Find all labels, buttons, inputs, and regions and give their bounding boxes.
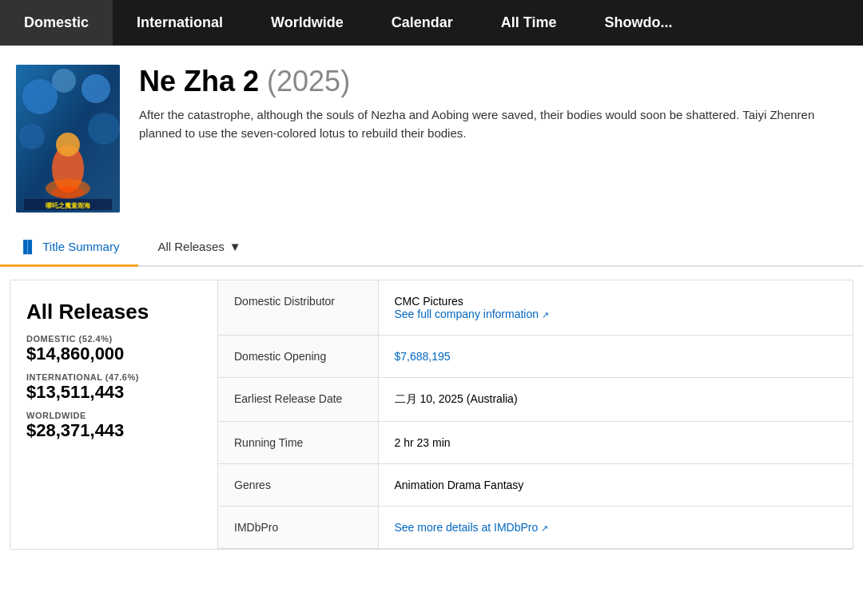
row-value-domestic-opening: $7,688,195	[378, 336, 853, 378]
row-value-earliest-release: 二月 10, 2025 (Australia)	[378, 378, 853, 422]
svg-point-5	[19, 124, 45, 149]
right-panel: Domestic Distributor CMC Pictures See fu…	[218, 280, 853, 549]
svg-point-7	[56, 133, 80, 157]
movie-header: 哪吒之魔童闹海 Ne Zha 2 (2025) After the catast…	[0, 46, 863, 229]
tab-all-releases-label: All Releases	[157, 240, 224, 253]
table-row: Earliest Release Date 二月 10, 2025 (Austr…	[218, 378, 853, 422]
nav-calendar[interactable]: Calendar	[368, 0, 477, 46]
row-value-running-time: 2 hr 23 min	[378, 422, 853, 464]
nav-international[interactable]: International	[113, 0, 247, 46]
row-label-genres: Genres	[218, 464, 378, 507]
main-nav: Domestic International Worldwide Calenda…	[0, 0, 863, 46]
nav-showdown[interactable]: Showdo...	[580, 0, 696, 46]
info-table: Domestic Distributor CMC Pictures See fu…	[218, 280, 853, 549]
external-link-icon-2: ↗	[541, 523, 548, 533]
svg-point-2	[82, 74, 110, 103]
svg-point-1	[22, 79, 58, 114]
domestic-value: $14,860,000	[26, 344, 201, 364]
company-info-link-text: See full company information	[395, 308, 539, 320]
svg-point-9	[52, 186, 84, 199]
svg-point-4	[88, 113, 120, 145]
distributor-name: CMC Pictures	[395, 295, 463, 308]
movie-year: (2025)	[267, 65, 350, 97]
movie-title: Ne Zha 2 (2025)	[139, 65, 847, 98]
movie-description: After the catastrophe, although the soul…	[139, 106, 847, 142]
nav-worldwide[interactable]: Worldwide	[247, 0, 368, 46]
row-label-domestic-distributor: Domestic Distributor	[218, 280, 378, 336]
movie-info: Ne Zha 2 (2025) After the catastrophe, a…	[139, 65, 847, 142]
table-row: Domestic Opening $7,688,195	[218, 336, 853, 378]
chevron-down-icon: ▼	[229, 240, 241, 253]
all-releases-heading: All Releases	[26, 300, 201, 324]
tabs-bar: ▐▌ Title Summary All Releases ▼	[0, 229, 863, 267]
nav-alltime[interactable]: All Time	[477, 0, 581, 46]
international-label: INTERNATIONAL (47.6%)	[26, 372, 201, 382]
row-value-genres: Animation Drama Fantasy	[378, 464, 853, 507]
worldwide-value: $28,371,443	[26, 420, 201, 441]
table-row: Genres Animation Drama Fantasy	[218, 464, 853, 507]
row-value-domestic-distributor: CMC Pictures See full company informatio…	[378, 280, 853, 336]
movie-title-text: Ne Zha 2	[139, 65, 259, 97]
row-label-imdbpro: IMDbPro	[218, 507, 378, 549]
international-value: $13,511,443	[26, 382, 201, 403]
nav-domestic[interactable]: Domestic	[0, 0, 113, 46]
tab-title-summary[interactable]: ▐▌ Title Summary	[0, 229, 138, 267]
main-content: All Releases DOMESTIC (52.4%) $14,860,00…	[10, 280, 853, 550]
domestic-label: DOMESTIC (52.4%)	[26, 334, 201, 344]
chart-icon: ▐▌	[19, 240, 36, 253]
table-row: IMDbPro See more details at IMDbPro ↗	[218, 507, 853, 549]
row-label-earliest-release: Earliest Release Date	[218, 378, 378, 422]
movie-poster: 哪吒之魔童闹海	[16, 65, 120, 213]
worldwide-label: WORLDWIDE	[26, 411, 201, 420]
row-label-running-time: Running Time	[218, 422, 378, 464]
svg-text:哪吒之魔童闹海: 哪吒之魔童闹海	[46, 201, 91, 209]
row-label-domestic-opening: Domestic Opening	[218, 336, 378, 378]
imdbpro-link[interactable]: See more details at IMDbPro ↗	[395, 521, 549, 534]
tab-title-summary-label: Title Summary	[42, 240, 119, 253]
domestic-opening-link[interactable]: $7,688,195	[395, 350, 451, 363]
table-row: Running Time 2 hr 23 min	[218, 422, 853, 464]
tab-all-releases[interactable]: All Releases ▼	[138, 229, 260, 267]
company-info-link[interactable]: See full company information ↗	[395, 308, 549, 320]
external-link-icon: ↗	[542, 310, 549, 320]
imdbpro-link-text: See more details at IMDbPro	[395, 521, 539, 534]
table-row: Domestic Distributor CMC Pictures See fu…	[218, 280, 853, 336]
left-panel: All Releases DOMESTIC (52.4%) $14,860,00…	[10, 280, 218, 549]
row-value-imdbpro: See more details at IMDbPro ↗	[378, 507, 853, 549]
svg-point-3	[52, 69, 76, 93]
